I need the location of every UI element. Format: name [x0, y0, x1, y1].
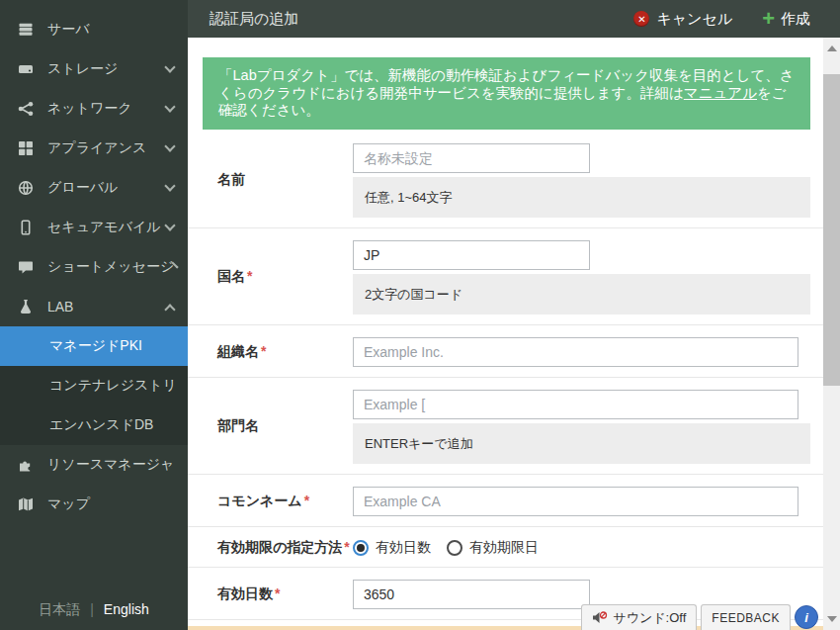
radio-unselected-icon — [447, 540, 462, 556]
field-label: 部門名 — [217, 417, 353, 435]
required-marker: * — [304, 493, 309, 508]
chevron-down-icon — [164, 180, 175, 191]
sidebar-item-label: コンテナレジストリ — [49, 377, 177, 395]
vertical-scrollbar[interactable] — [823, 38, 840, 630]
country-input[interactable] — [353, 240, 590, 270]
storage-icon — [18, 61, 35, 77]
lab-submenu: マネージドPKI コンテナレジストリ エンハンスドDB — [0, 326, 188, 445]
sidebar-item-label: セキュアモバイル — [47, 219, 166, 236]
sidebar: サーバ ストレージ ネットワーク アプライアンス グローバル セキュアモバイル — [0, 0, 188, 630]
language-switcher: 日本語|English — [0, 601, 188, 619]
sidebar-item-label: マップ — [47, 495, 174, 513]
radio-selected-icon — [353, 540, 369, 556]
valid-days-input[interactable] — [353, 580, 590, 609]
field-helper-text: ENTERキーで追加 — [353, 423, 810, 464]
form-row-country: 国名* 2文字の国コード — [188, 228, 823, 325]
sidebar-item-resource-manager[interactable]: リソースマネージャ — [0, 445, 188, 485]
appliance-icon — [18, 140, 35, 156]
message-icon — [18, 259, 35, 275]
sidebar-item-server[interactable]: サーバ — [0, 10, 188, 49]
form-row-common-name: コモンネーム* — [188, 475, 823, 527]
sidebar-item-label: リソースマネージャ — [47, 456, 174, 474]
scroll-down-arrow-icon[interactable] — [827, 616, 837, 622]
cancel-button-label: キャンセル — [656, 10, 732, 29]
field-label: 名前 — [217, 171, 353, 189]
manual-link[interactable]: マニュアル — [684, 85, 757, 101]
form-row-department: 部門名 ENTERキーで追加 — [188, 378, 823, 475]
flask-icon — [18, 299, 35, 315]
field-label: コモンネーム* — [217, 493, 353, 510]
sidebar-item-label: LAB — [47, 299, 166, 315]
puzzle-icon — [18, 457, 35, 473]
create-button[interactable]: + 作成 — [762, 10, 810, 29]
create-button-label: 作成 — [781, 10, 810, 29]
scrollbar-thumb[interactable] — [823, 74, 840, 386]
speaker-muted-icon — [592, 611, 608, 624]
map-icon — [18, 496, 35, 512]
radio-label: 有効日数 — [376, 539, 431, 557]
field-label: 国名* — [217, 268, 353, 286]
field-helper-text: 2文字の国コード — [353, 274, 810, 315]
sidebar-item-storage[interactable]: ストレージ — [0, 49, 188, 89]
sidebar-item-label: ネットワーク — [47, 100, 166, 118]
sidebar-item-container-registry[interactable]: コンテナレジストリ — [0, 366, 188, 405]
form-row-organization: 組織名* — [188, 325, 823, 378]
sidebar-item-label: アプライアンス — [47, 139, 166, 157]
mobile-icon — [18, 220, 35, 235]
chevron-up-icon — [164, 304, 175, 315]
scroll-up-arrow-icon[interactable] — [827, 45, 837, 51]
radio-label: 有効期限日 — [469, 539, 539, 557]
sidebar-item-enhanced-db[interactable]: エンハンスドDB — [0, 405, 188, 445]
sound-toggle-button[interactable]: サウンド:Off — [581, 604, 697, 630]
field-label: 有効日数* — [217, 585, 353, 603]
form-row-name: 名前 任意, 1~64文字 — [188, 132, 823, 228]
server-icon — [18, 22, 35, 38]
sidebar-item-label: エンハンスドDB — [49, 416, 153, 434]
sidebar-item-label: グローバル — [47, 179, 166, 197]
sound-toggle-label: サウンド:Off — [613, 609, 686, 627]
name-input[interactable] — [353, 143, 590, 173]
help-info-button[interactable]: i — [795, 605, 818, 629]
form-row-expiry-method: 有効期限の指定方法* 有効日数 有効期限日 — [188, 527, 823, 568]
sidebar-item-map[interactable]: マップ — [0, 485, 188, 524]
main-content: 「Labプロダクト」では、新機能の動作検証およびフィードバック収集を目的として、… — [188, 38, 823, 630]
sidebar-item-label: ストレージ — [47, 60, 166, 78]
feedback-button[interactable]: FEEDBACK — [701, 604, 791, 630]
radio-valid-days[interactable]: 有効日数 — [353, 539, 431, 557]
topbar: 認証局の追加 ✕ キャンセル + 作成 — [188, 0, 840, 38]
sidebar-item-network[interactable]: ネットワーク — [0, 89, 188, 129]
chevron-down-icon — [164, 61, 175, 72]
plus-icon: + — [762, 11, 775, 27]
chevron-down-icon — [164, 140, 175, 151]
globe-icon — [18, 180, 35, 196]
chevron-down-icon — [164, 101, 175, 112]
sidebar-item-label: ショートメッセージ — [47, 258, 174, 276]
common-name-input[interactable] — [353, 487, 798, 516]
language-en-link[interactable]: English — [104, 601, 149, 617]
sidebar-item-lab[interactable]: LAB — [0, 287, 188, 326]
cancel-button[interactable]: ✕ キャンセル — [633, 10, 732, 29]
radio-expiry-date[interactable]: 有効期限日 — [447, 539, 539, 557]
sidebar-item-label: マネージドPKI — [49, 337, 142, 355]
required-marker: * — [261, 343, 266, 359]
sidebar-item-secure-mobile[interactable]: セキュアモバイル — [0, 208, 188, 247]
field-label: 有効期限の指定方法* — [217, 539, 353, 557]
feedback-label: FEEDBACK — [712, 611, 780, 625]
required-marker: * — [275, 585, 280, 601]
expiry-method-radio-group: 有効日数 有効期限日 — [353, 539, 810, 557]
page-title: 認証局の追加 — [188, 10, 633, 29]
cancel-x-icon: ✕ — [633, 11, 649, 27]
organization-input[interactable] — [353, 337, 798, 367]
sidebar-item-global[interactable]: グローバル — [0, 168, 188, 208]
sidebar-item-short-message[interactable]: ショートメッセージ — [0, 247, 188, 287]
department-input[interactable] — [353, 390, 798, 419]
field-helper-text: 任意, 1~64文字 — [353, 177, 810, 218]
floating-widgets: サウンド:Off FEEDBACK i — [581, 604, 818, 630]
required-marker: * — [247, 268, 252, 284]
sidebar-item-managed-pki[interactable]: マネージドPKI — [0, 326, 188, 366]
chevron-down-icon — [164, 220, 175, 230]
info-icon: i — [804, 610, 808, 625]
field-label: 組織名* — [217, 343, 353, 361]
language-ja-link[interactable]: 日本語 — [39, 601, 80, 617]
sidebar-item-appliance[interactable]: アプライアンス — [0, 129, 188, 168]
